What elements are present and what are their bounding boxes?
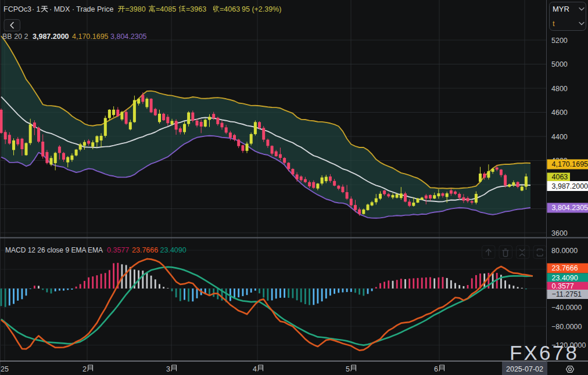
svg-text:3,804.2305: 3,804.2305	[110, 33, 147, 41]
svg-text:3600: 3600	[551, 229, 568, 237]
svg-text:0.3577: 0.3577	[552, 282, 574, 290]
svg-text:23.4090: 23.4090	[160, 246, 187, 254]
svg-text:23.7666: 23.7666	[132, 246, 158, 254]
svg-text:FCPOc3: FCPOc3	[3, 5, 31, 13]
svg-text:4800: 4800	[551, 85, 568, 93]
svg-text:t: t	[553, 19, 555, 28]
svg-text:4400: 4400	[551, 133, 568, 141]
svg-text:23.4090: 23.4090	[552, 274, 578, 282]
svg-text:3,804.2305: 3,804.2305	[552, 204, 588, 212]
svg-text:·: ·	[32, 5, 34, 13]
svg-text:5: 5	[346, 365, 350, 373]
svg-text:FX678: FX678	[510, 341, 579, 364]
svg-text:MACD 12 26 close 9 EMA EMA: MACD 12 26 close 9 EMA EMA	[5, 246, 103, 254]
svg-text:3,987.2000: 3,987.2000	[33, 33, 69, 41]
svg-text:4,170.1695: 4,170.1695	[72, 33, 109, 41]
svg-text:=3963: =3963	[186, 5, 206, 13]
svg-text:2025-07-02: 2025-07-02	[506, 365, 543, 373]
svg-text:4,170.1695: 4,170.1695	[552, 160, 588, 168]
svg-text:5000: 5000	[551, 60, 568, 68]
svg-text:3,987.2000: 3,987.2000	[552, 182, 588, 190]
svg-text:=4063: =4063	[220, 5, 240, 13]
svg-text:=4085: =4085	[156, 5, 176, 13]
svg-text:MYR: MYR	[553, 5, 569, 13]
svg-text:0.3577: 0.3577	[107, 246, 129, 254]
svg-text:4600: 4600	[551, 109, 568, 117]
svg-text:5200: 5200	[551, 37, 568, 45]
svg-text:23.7666: 23.7666	[552, 264, 578, 272]
svg-text:95 (+2.39%): 95 (+2.39%)	[242, 5, 281, 13]
svg-text:4063: 4063	[552, 173, 568, 181]
svg-text:2: 2	[83, 365, 87, 373]
svg-text:25: 25	[1, 365, 9, 373]
svg-text:80.0000: 80.0000	[551, 247, 578, 255]
svg-text:4: 4	[253, 365, 257, 373]
svg-text:−40.0000: −40.0000	[551, 304, 582, 312]
svg-text:3: 3	[166, 365, 170, 373]
svg-text:−80.0000: −80.0000	[551, 323, 582, 331]
svg-text:=3980: =3980	[126, 5, 146, 13]
svg-text:6: 6	[434, 365, 438, 373]
svg-text:BB 20 2: BB 20 2	[2, 33, 28, 41]
svg-text:−11.2751: −11.2751	[552, 290, 582, 298]
svg-text:1: 1	[37, 5, 41, 13]
svg-text:· MDX · Trade Price: · MDX · Trade Price	[49, 5, 113, 13]
